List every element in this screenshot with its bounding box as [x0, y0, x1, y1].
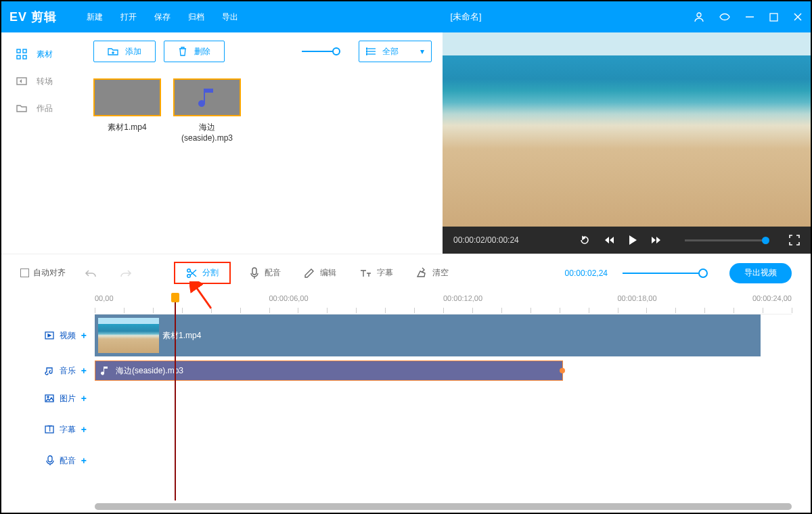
- zoom-slider[interactable]: [623, 273, 704, 274]
- ruler-tick: 00:00:24,00: [752, 294, 792, 302]
- fullscreen-icon[interactable]: [789, 235, 800, 246]
- menu-save[interactable]: 保存: [154, 11, 171, 23]
- close-icon[interactable]: [793, 12, 803, 22]
- svg-rect-20: [252, 268, 256, 275]
- ruler-tick: 00:00:06,00: [269, 294, 309, 302]
- add-track-icon[interactable]: +: [81, 455, 87, 466]
- audio-thumbnail: [173, 78, 241, 116]
- track-label-dub: 配音 +: [1, 455, 95, 467]
- edit-button[interactable]: 编辑: [300, 264, 340, 281]
- thumbnail-size-slider[interactable]: [302, 51, 337, 52]
- asset-row: 素材 转场 作品 添加: [1, 32, 443, 254]
- zoom-thumb[interactable]: [698, 268, 708, 278]
- export-video-button[interactable]: 导出视频: [729, 263, 792, 283]
- undo-icon: [85, 268, 97, 278]
- audio-clip[interactable]: 海边(seaside).mp3: [95, 360, 563, 381]
- subtitle-label: 字幕: [377, 267, 393, 279]
- svg-rect-5: [17, 49, 20, 53]
- play-icon[interactable]: [628, 235, 637, 246]
- dub-label: 配音: [265, 267, 281, 279]
- progress-thumb[interactable]: [762, 237, 769, 244]
- text-icon: [359, 268, 371, 278]
- tab-works[interactable]: 作品: [1, 95, 83, 122]
- tab-transitions[interactable]: 转场: [1, 68, 83, 95]
- playhead-handle[interactable]: [171, 293, 179, 302]
- dub-button[interactable]: 配音: [246, 264, 285, 282]
- svg-point-0: [697, 13, 701, 17]
- add-track-icon[interactable]: +: [81, 424, 87, 435]
- add-track-icon[interactable]: +: [81, 365, 87, 376]
- tab-label: 素材: [37, 49, 53, 60]
- preview-progress[interactable]: [685, 239, 766, 241]
- mic-icon: [250, 267, 259, 279]
- clip-thumbnail: [98, 318, 159, 353]
- scissors-icon: [186, 268, 197, 279]
- split-button[interactable]: 分割: [174, 262, 231, 284]
- subtitle-button[interactable]: 字幕: [355, 264, 397, 281]
- filter-select[interactable]: 全部 ▾: [359, 41, 432, 62]
- forward-icon[interactable]: [651, 235, 662, 245]
- chevron-down-icon: ▾: [420, 47, 424, 56]
- window-controls: [694, 11, 803, 22]
- add-track-icon[interactable]: +: [81, 330, 87, 341]
- svg-rect-6: [23, 49, 26, 53]
- panel-toolbar: 添加 删除 全部 ▾: [93, 41, 432, 62]
- replay-icon[interactable]: [579, 235, 590, 246]
- asset-item-video[interactable]: 素材1.mp4: [93, 78, 161, 143]
- clip-label: 海边(seaside).mp3: [116, 365, 183, 377]
- svg-rect-26: [48, 456, 52, 462]
- app-window: EV 剪辑 新建 打开 保存 归档 导出 [未命名] 素材: [1, 1, 811, 513]
- svg-rect-7: [17, 55, 20, 59]
- timeline: 00,00 00:00:06,00 00:00:12,00 00:00:18,0…: [1, 291, 811, 513]
- broom-icon: [416, 267, 427, 279]
- ruler-tick: 00:00:12,00: [443, 294, 482, 302]
- tab-assets[interactable]: 素材: [1, 41, 83, 68]
- document-title: [未命名]: [238, 11, 694, 23]
- playhead[interactable]: [175, 293, 176, 500]
- export-label: 导出视频: [744, 267, 777, 279]
- user-icon[interactable]: [694, 11, 704, 22]
- delete-button[interactable]: 删除: [164, 41, 225, 62]
- music-note-icon: [197, 86, 217, 109]
- preview-controls: 00:00:02/00:00:24: [443, 227, 811, 254]
- timecode-display: 00:00:02,24: [565, 268, 608, 278]
- skin-icon[interactable]: [719, 12, 730, 22]
- pencil-icon: [304, 268, 315, 279]
- undo-button[interactable]: [81, 266, 101, 281]
- track-name: 音乐: [60, 365, 76, 377]
- timeline-ruler[interactable]: 00,00 00:00:06,00 00:00:12,00 00:00:18,0…: [95, 294, 792, 314]
- tab-label: 转场: [37, 76, 53, 87]
- menu-new[interactable]: 新建: [87, 11, 103, 23]
- list-icon: [366, 47, 376, 55]
- delete-label: 删除: [194, 46, 210, 57]
- slider-thumb[interactable]: [332, 47, 340, 55]
- preview-panel: 00:00:02/00:00:24: [443, 32, 811, 254]
- menu-archive[interactable]: 归档: [188, 11, 204, 23]
- ruler-tick: 00,00: [95, 294, 114, 302]
- preview-viewport[interactable]: [443, 32, 811, 227]
- asset-item-audio[interactable]: 海边(seaside).mp3: [173, 78, 241, 143]
- asset-panel: 添加 删除 全部 ▾: [83, 32, 443, 254]
- maximize-icon[interactable]: [769, 13, 778, 22]
- asset-caption: 海边(seaside).mp3: [173, 122, 241, 143]
- add-track-icon[interactable]: +: [81, 393, 87, 404]
- scrollbar-thumb[interactable]: [95, 503, 792, 510]
- clip-end-handle[interactable]: [560, 368, 565, 373]
- redo-button[interactable]: [116, 266, 136, 281]
- add-button[interactable]: 添加: [93, 41, 156, 62]
- svg-rect-2: [770, 14, 777, 21]
- clear-label: 清空: [432, 267, 449, 279]
- auto-align-checkbox[interactable]: 自动对齐: [20, 267, 66, 279]
- track-name: 视频: [60, 330, 76, 342]
- menu-open[interactable]: 打开: [120, 11, 137, 23]
- horizontal-scrollbar[interactable]: [95, 503, 792, 510]
- menu-export[interactable]: 导出: [222, 11, 238, 23]
- preview-frame: [443, 32, 811, 227]
- minimize-icon[interactable]: [745, 12, 754, 22]
- edit-label: 编辑: [320, 267, 336, 279]
- track-label-subtitle: T 字幕 +: [1, 424, 95, 436]
- clear-button[interactable]: 清空: [412, 264, 453, 282]
- rewind-icon[interactable]: [604, 235, 614, 245]
- svg-rect-8: [23, 55, 26, 59]
- video-clip[interactable]: 素材1.mp4: [95, 314, 761, 356]
